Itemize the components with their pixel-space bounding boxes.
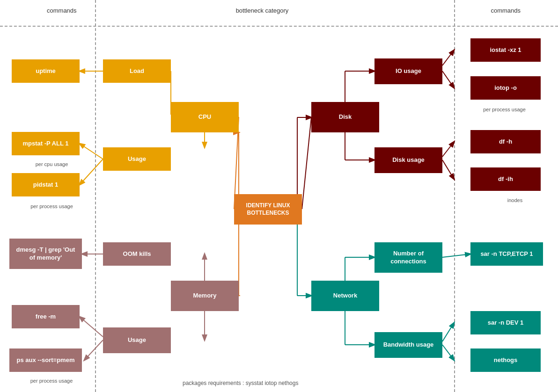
svg-line-23 <box>442 50 454 65</box>
io-usage-box: IO usage <box>374 58 442 84</box>
svg-line-5 <box>80 144 103 159</box>
free-m-box: free -m <box>12 305 80 328</box>
svg-line-24 <box>442 71 454 88</box>
sar-tcp-box: sar -n TCP,ETCP 1 <box>470 242 543 266</box>
svg-line-31 <box>84 340 103 360</box>
svg-line-30 <box>80 317 103 337</box>
disk-usage-box: Disk usage <box>374 147 442 173</box>
mpstat-box: mpstat -P ALL 1 <box>12 132 80 155</box>
disk-box: Disk <box>311 102 379 132</box>
center-box: IDENTIFY LINUX BOTTLENECKS <box>234 194 302 225</box>
memory-box: Memory <box>171 281 239 311</box>
per-process-usage-io-label: per process usage <box>466 107 543 112</box>
header-commands-right: commands <box>491 7 521 14</box>
packages-footer: packages requirements : sysstat iotop ne… <box>183 380 298 386</box>
sar-dev-box: sar -n DEV 1 <box>470 311 541 334</box>
iotop-box: iotop -o <box>470 76 541 100</box>
usage-cpu-box: Usage <box>103 147 171 171</box>
per-process-usage-mem-label: per process usage <box>14 378 89 384</box>
dashed-vertical-left <box>95 0 96 392</box>
svg-line-37 <box>442 323 454 341</box>
df-h-box: df -h <box>470 130 541 153</box>
header-commands-left: commands <box>47 7 77 14</box>
network-box: Network <box>311 281 379 311</box>
svg-line-26 <box>442 160 454 179</box>
ps-aux-box: ps aux --sort=pmem <box>9 348 82 372</box>
bandwidth-box: Bandwidth usage <box>374 332 442 358</box>
cpu-box: CPU <box>171 102 239 132</box>
iostat-box: iostat -xz 1 <box>470 38 541 62</box>
svg-line-38 <box>442 345 454 360</box>
oom-kills-box: OOM kills <box>103 242 171 266</box>
svg-line-14 <box>302 117 311 209</box>
dashed-vertical-right <box>454 0 455 392</box>
per-cpu-usage-label: per cpu usage <box>18 161 86 167</box>
svg-line-25 <box>442 142 454 157</box>
svg-line-36 <box>442 254 470 257</box>
pidstat-box: pidstat 1 <box>12 173 80 196</box>
inodes-label: inodes <box>492 197 538 203</box>
num-connections-box: Number of connections <box>374 242 442 273</box>
dmesg-box: dmesg -T | grep 'Out of memory' <box>9 239 82 269</box>
header-bottleneck: bottleneck category <box>215 7 309 14</box>
df-ih-box: df -ih <box>470 167 541 191</box>
per-process-usage-cpu-label: per process usage <box>18 203 86 209</box>
diagram: commands bottleneck category commands <box>0 0 558 392</box>
load-box: Load <box>103 59 171 83</box>
usage-mem-box: Usage <box>103 327 171 353</box>
nethogs-box: nethogs <box>470 348 541 372</box>
dashed-horizontal-line <box>0 26 558 27</box>
uptime-box: uptime <box>12 59 80 83</box>
